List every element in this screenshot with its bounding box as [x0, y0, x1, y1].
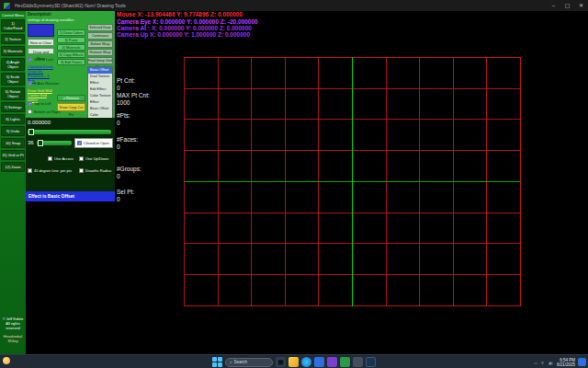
file-explorer-icon[interactable]	[288, 357, 299, 367]
start-button[interactable]	[212, 357, 222, 367]
secondary-slider[interactable]	[37, 141, 72, 145]
camera-up-readout: Camera Up X: 0.000000 Y: 1.000000 Z: 0.0…	[117, 31, 250, 38]
effect-dropdown-menu: Basic Offset Dual Texture Effect Edit Ef…	[87, 66, 113, 120]
x-axis-rotation-checkbox[interactable]	[28, 81, 32, 86]
edge-browser-icon[interactable]	[301, 357, 311, 367]
sidebar-item-rotate-object[interactable]: 6) Rotate Object	[1, 87, 25, 100]
remove-wrap-update-item[interactable]: Remove Wrap Update	[87, 49, 113, 56]
y-axis-line	[352, 57, 353, 306]
slider2-value-label: 36	[28, 140, 34, 145]
one-across-label: One Across	[54, 156, 74, 161]
one-updown-row[interactable]: One Up/Down	[79, 156, 108, 161]
bottom-wrap-update-item[interactable]: Bottom Wrap Update	[87, 40, 113, 48]
x-axis-rotation-label: X Axis Rotation	[34, 81, 59, 86]
one-across-checkbox[interactable]	[48, 156, 52, 161]
stat-pts: #Pts: 0	[117, 112, 130, 127]
materials-button[interactable]: 4) Materials	[57, 44, 85, 51]
drawthc-radius-checkbox[interactable]	[79, 168, 84, 173]
stat-sel-pt-value: 0	[117, 196, 134, 203]
main-slider-handle[interactable]	[28, 129, 34, 135]
sidebar-item-angle-object[interactable]: 4) Angle Object	[1, 58, 25, 71]
drawing-canvas[interactable]: Mouse X: -13.904466 Y: 9.774896 Z: 0.000…	[115, 11, 588, 354]
closed-or-open-checkbox[interactable]	[77, 141, 82, 145]
app-icon-2[interactable]	[340, 357, 350, 367]
drawing-settings-panel: Description: settings of drawing variabl…	[26, 11, 115, 354]
taskbar-search[interactable]: ⌕ Search	[225, 358, 273, 367]
deg45-row[interactable]: 45 degree Line per pts	[28, 168, 72, 173]
sidebar-item-settings[interactable]: 7) Settings	[1, 102, 25, 112]
new-or-clear-button[interactable]: New or Clear	[28, 39, 54, 46]
tray-overflow-chevron-icon[interactable]: ︿	[534, 360, 538, 365]
draw-grid-wall-link[interactable]: Draw Grid Wall Center Grid points	[28, 88, 55, 102]
continuous-item[interactable]: Continuous	[87, 32, 113, 40]
one-across-row[interactable]: One Across	[48, 156, 74, 161]
sidebar-item-scale-object[interactable]: 5) Scale Object	[1, 73, 25, 86]
close-button[interactable]: ✕	[574, 0, 588, 11]
system-tray: ︿ ᯤ 🔉 6:54 PM 6/21/2025	[534, 355, 586, 368]
main-slider[interactable]	[28, 130, 111, 134]
sidebar-item-undo[interactable]: 9) Undo	[1, 126, 25, 136]
slider2-value: 36	[28, 140, 34, 145]
stat-groups-label: #Groups:	[117, 166, 141, 173]
bottom-on-right-checkbox[interactable]	[28, 109, 32, 114]
one-updown-checkbox[interactable]	[79, 156, 84, 161]
one-updown-label: One Up/Down	[85, 156, 108, 161]
network-icon[interactable]: ᯤ	[541, 360, 546, 365]
maximize-button[interactable]: ▢	[560, 0, 574, 11]
notification-center-button[interactable]	[578, 358, 586, 366]
app-icon	[4, 3, 10, 9]
menu-item-color-texture-effect[interactable]: Color Texture Effect	[88, 93, 112, 106]
remove-button[interactable]: x Remove	[57, 95, 85, 101]
app-icon-3[interactable]	[353, 357, 363, 367]
value-field[interactable]: 0.000000	[28, 120, 83, 125]
stat-faces-value: 0	[117, 144, 138, 151]
final-interp-grid-closed-item[interactable]: Final Interp Grid Closed	[87, 57, 113, 64]
app-icon-1[interactable]	[327, 357, 337, 367]
effect-status-bar: Effect is Basic Offset	[26, 191, 115, 201]
stat-max-pt-cnt-value: 1000	[117, 99, 150, 107]
edit-points-button[interactable]: 8) Edit Points	[57, 59, 85, 65]
secondary-slider-handle[interactable]	[38, 140, 43, 146]
per-pts-label: per pts	[61, 168, 72, 173]
task-view-icon[interactable]: ▦	[276, 357, 286, 367]
selected-draw-update-item[interactable]: Selected Draw Update	[87, 24, 113, 31]
sidebar-item-snap[interactable]: 10) Snap	[1, 138, 25, 148]
mouse-coords-readout: Mouse X: -13.904466 Y: 9.774896 Z: 0.000…	[117, 11, 243, 17]
draw-copy-cut-pts-button[interactable]: Draw Copy Cut Pts	[57, 103, 85, 111]
menu-item-basic-offset-color[interactable]: Basic Offset Color	[88, 106, 112, 119]
deg45-checkbox[interactable]	[28, 168, 32, 173]
sidebar-item-materials[interactable]: 3) Materials	[1, 46, 25, 56]
menu-item-basic-offset[interactable]: Basic Offset	[88, 67, 112, 74]
menu-item-edit-effect[interactable]: Edit Effect	[88, 86, 112, 93]
top-to-left-checkbox[interactable]	[28, 101, 32, 106]
store-icon[interactable]	[314, 357, 324, 367]
x-axis-rotation-row[interactable]: X Axis Rotation	[28, 81, 59, 86]
sidebar-item-color-fixed[interactable]: 1) Color/Fixed	[1, 19, 25, 32]
weather-widget[interactable]	[3, 357, 10, 364]
stat-sel-pt-label: Sel Pt:	[117, 189, 134, 196]
weather-icon	[3, 357, 10, 364]
sidebar-item-texture[interactable]: 2) Texture	[1, 34, 25, 44]
closed-or-open-box[interactable]: Closed or Open	[74, 138, 113, 148]
grid-to-last-row[interactable]: Grid to Last	[28, 57, 53, 62]
draw-colors-button[interactable]: 2) Draw Colors	[57, 29, 85, 36]
sidebar-item-grid-or-pt[interactable]: 11) Grid or Pt	[1, 150, 25, 160]
active-app-icon[interactable]	[366, 357, 376, 367]
bottom-on-right-row[interactable]: Bottom on Right	[28, 109, 61, 114]
copy-effects-button[interactable]: 6) Copy Effects	[57, 52, 85, 58]
taskbar-clock[interactable]: 6:54 PM 6/21/2025	[557, 358, 575, 367]
panel-top-section: Description: settings of drawing variabl…	[26, 11, 115, 118]
copyright-text: © Jeff Kubitz All rights reserved	[1, 316, 25, 330]
grid-to-last-checkbox[interactable]	[28, 57, 32, 62]
paste-button[interactable]: 3) Paste	[57, 37, 85, 43]
draw-and-more-button[interactable]: Draw and More	[28, 48, 54, 54]
top-to-left-row[interactable]: Top to Left	[28, 101, 51, 106]
volume-icon[interactable]: 🔉	[548, 360, 554, 365]
color-swatch[interactable]	[28, 24, 54, 37]
sidebar-item-lights[interactable]: 8) Lights	[1, 114, 25, 124]
minimize-button[interactable]: –	[547, 0, 560, 11]
menu-item-dual-texture-effect[interactable]: Dual Texture Effect	[88, 74, 112, 86]
sidebar-item-zoom[interactable]: 12) Zoom	[1, 162, 25, 172]
drawthc-radius-row[interactable]: Drawthc Radius	[79, 168, 111, 173]
unfastened-note-link[interactable]: Checked if next Draw Un-Fastened + X Axi…	[28, 64, 55, 83]
